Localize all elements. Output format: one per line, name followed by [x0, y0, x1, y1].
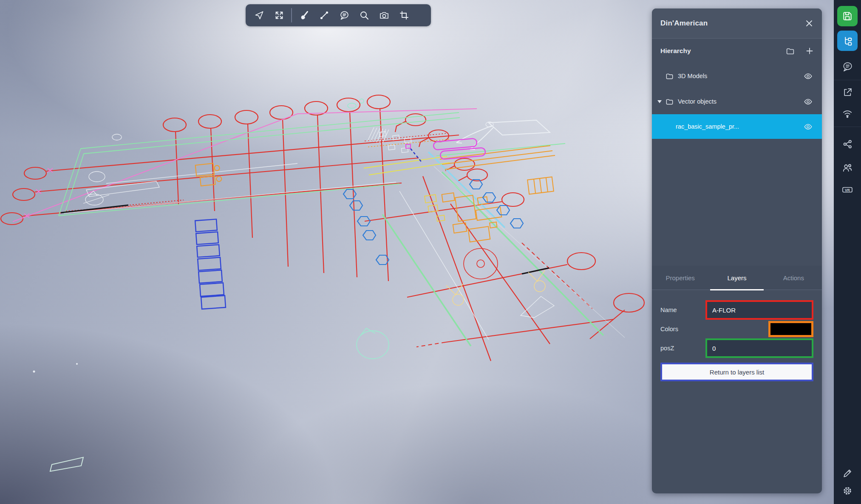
edit-button[interactable]	[842, 468, 853, 479]
navigate-tool-button[interactable]	[249, 6, 269, 25]
expand-icon	[274, 10, 284, 20]
external-link-button[interactable]	[842, 87, 853, 98]
red-grid	[1, 95, 644, 361]
save-icon	[842, 11, 853, 22]
settings-button[interactable]	[842, 485, 853, 496]
hierarchy-title: Hierarchy	[660, 47, 691, 55]
return-to-layers-button[interactable]: Return to layers list	[660, 363, 813, 381]
rail-divider	[834, 80, 861, 80]
users-icon	[842, 162, 853, 173]
main-toolbar	[246, 4, 431, 26]
colors-label: Colors	[660, 326, 705, 332]
comment-tool-button[interactable]	[334, 6, 354, 25]
folder-icon	[666, 72, 674, 80]
white-details	[64, 120, 625, 340]
hierarchy-panel-button[interactable]	[837, 31, 858, 51]
pencil-icon	[842, 468, 853, 479]
pink-line	[13, 109, 477, 222]
comment-icon	[339, 10, 349, 20]
vr-icon: VR	[841, 184, 853, 195]
hierarchy-header: Hierarchy	[652, 39, 822, 63]
layer-form: Name Colors posZ Return to layers list	[652, 290, 822, 381]
visibility-toggle[interactable]	[804, 97, 813, 106]
comment-icon	[842, 61, 853, 72]
properties-panel: Din'American Hierarchy 3D Models Vector …	[652, 8, 822, 493]
panel-tabs: Properties Layers Actions	[652, 266, 822, 290]
add-item-button[interactable]	[806, 47, 813, 55]
yellow-ghosts	[446, 270, 545, 305]
name-label: Name	[660, 307, 705, 313]
camera-icon	[379, 10, 389, 20]
wifi-icon	[842, 108, 853, 119]
chevron-down-icon[interactable]	[657, 99, 662, 104]
close-panel-button[interactable]	[805, 19, 813, 28]
tree-item-label: 3D Models	[678, 73, 707, 79]
side-rail: VR	[834, 0, 861, 504]
layer-name-input[interactable]	[705, 300, 813, 320]
tab-actions[interactable]: Actions	[765, 266, 822, 290]
measure-tool-button[interactable]	[314, 6, 334, 25]
visibility-toggle[interactable]	[804, 122, 813, 131]
save-button[interactable]	[837, 6, 858, 26]
screenshot-tool-button[interactable]	[374, 6, 394, 25]
hierarchy-empty-area	[652, 139, 822, 266]
teal-shapes	[348, 99, 389, 359]
fullscreen-tool-button[interactable]	[269, 6, 289, 25]
color-swatch[interactable]	[768, 321, 813, 337]
tree-item-selected-layer[interactable]: rac_basic_sample_pr...	[652, 114, 822, 139]
hierarchy-icon	[842, 36, 853, 46]
network-status-button[interactable]	[842, 108, 853, 119]
search-tool-button[interactable]	[354, 6, 374, 25]
svg-text:VR: VR	[845, 188, 850, 192]
gear-icon	[842, 485, 853, 496]
blue-squares	[195, 219, 226, 309]
brush-icon	[299, 10, 309, 20]
tab-properties[interactable]: Properties	[652, 266, 708, 290]
close-icon	[805, 19, 813, 28]
eye-icon	[804, 122, 813, 131]
measure-line-icon	[319, 10, 329, 20]
external-link-icon	[842, 87, 853, 98]
magenta-doors	[433, 138, 485, 160]
vr-mode-button[interactable]: VR	[841, 184, 853, 195]
visibility-toggle[interactable]	[804, 72, 813, 81]
panel-title: Din'American	[660, 19, 708, 28]
search-icon	[359, 10, 369, 20]
crop-tool-button[interactable]	[394, 6, 414, 25]
brush-tool-button[interactable]	[294, 6, 314, 25]
panel-header: Din'American	[652, 8, 822, 39]
tree-item-label: rac_basic_sample_pr...	[661, 123, 739, 130]
navigate-icon	[254, 10, 264, 20]
crop-icon	[399, 10, 409, 20]
tree-item-3d-models[interactable]: 3D Models	[652, 63, 822, 89]
folder-icon	[666, 98, 674, 106]
tree-item-label: Vector objects	[678, 98, 717, 105]
collaborators-button[interactable]	[842, 162, 853, 173]
folder-icon	[786, 47, 795, 56]
eye-icon	[804, 72, 813, 81]
eye-icon	[804, 97, 813, 106]
rail-divider	[834, 127, 861, 127]
toolbar-divider	[291, 8, 292, 23]
share-button[interactable]	[842, 139, 853, 149]
posz-label: posZ	[660, 345, 705, 352]
tab-layers[interactable]: Layers	[708, 266, 765, 290]
posz-input[interactable]	[705, 338, 813, 358]
tree-item-vector-objects[interactable]: Vector objects	[652, 89, 822, 114]
comments-button[interactable]	[842, 61, 853, 72]
new-folder-button[interactable]	[786, 47, 795, 56]
plus-icon	[806, 47, 813, 55]
share-icon	[842, 139, 853, 149]
